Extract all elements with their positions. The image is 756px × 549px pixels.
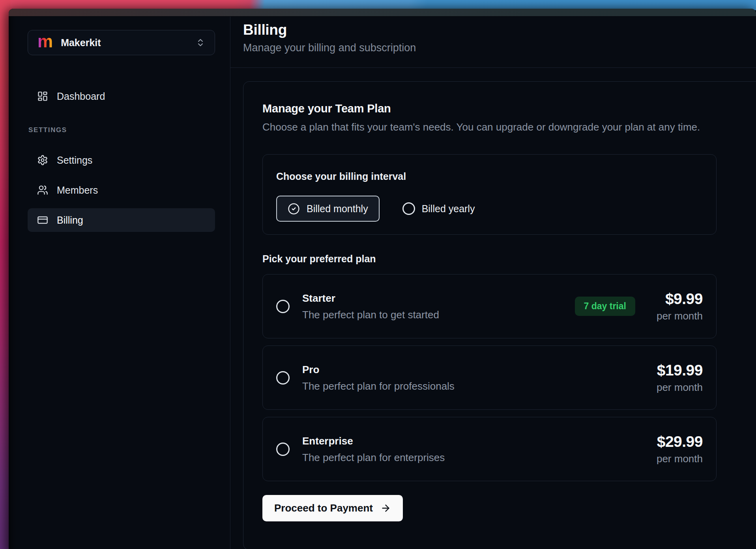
sidebar-item-settings[interactable]: Settings [28,148,215,172]
sidebar-item-label: Dashboard [57,91,105,102]
plan-info: Enterprise The perfect plan for enterpri… [302,435,445,464]
sidebar-item-members[interactable]: Members [28,178,215,202]
plan-row-starter[interactable]: Starter The perfect plan to get started … [262,274,717,338]
sidebar-section-settings-label: SETTINGS [28,126,215,134]
team-plan-card: Manage your Team Plan Choose a plan that… [243,81,756,549]
plan-description: The perfect plan for enterprises [302,451,445,464]
plan-pricing: 7 day trial $9.99 per month [575,290,703,322]
billing-interval-label: Choose your billing interval [276,170,703,182]
chevrons-up-down-icon [196,38,205,47]
plan-info: Pro The perfect plan for professionals [302,363,455,392]
page-title: Billing [243,21,756,39]
gear-icon [37,155,48,166]
proceed-to-payment-button[interactable]: Proceed to Payment [262,495,403,521]
plan-price: $19.99 [657,362,703,379]
radio-circle-icon[interactable] [276,443,290,456]
plan-period: per month [657,452,703,465]
layout-dashboard-icon [37,91,48,102]
plan-period: per month [657,381,703,394]
billed-yearly-label: Billed yearly [422,203,475,215]
check-circle-icon [288,203,300,215]
proceed-to-payment-label: Proceed to Payment [274,502,373,514]
page-subtitle: Manage your billing and subscription [243,41,756,67]
workspace-name: Makerkit [61,37,101,49]
billing-interval-options: Billed monthly Billed yearly [276,196,703,222]
app-layout: m Makerkit Dashboard SETTINGS [9,17,756,549]
radio-circle-icon [402,202,415,215]
page-header: Billing Manage your billing and subscrip… [230,17,756,68]
plan-price: $9.99 [657,290,703,308]
price-column: $9.99 per month [657,290,703,322]
billing-interval-box: Choose your billing interval Billed mont… [262,154,717,235]
makerkit-logo: m [37,33,53,50]
trial-badge: 7 day trial [575,297,635,316]
sidebar-item-billing[interactable]: Billing [28,208,215,232]
plan-pricing: $19.99 per month [657,362,703,394]
radio-circle-icon[interactable] [276,371,290,385]
workspace-selector[interactable]: m Makerkit [28,30,215,55]
radio-circle-icon[interactable] [276,300,290,313]
plan-row-enterprise[interactable]: Enterprise The perfect plan for enterpri… [262,417,717,481]
window-titlebar[interactable] [9,9,756,17]
users-icon [37,185,48,196]
plan-name: Enterprise [302,435,445,447]
main-content: Billing Manage your billing and subscrip… [230,17,756,549]
plan-description: The perfect plan to get started [302,308,439,321]
sidebar-item-label: Settings [57,155,92,166]
plan-picker-label: Pick your preferred plan [262,253,746,265]
card-title: Manage your Team Plan [262,101,746,116]
plan-period: per month [657,310,703,322]
plan-info: Starter The perfect plan to get started [302,292,439,321]
sidebar-item-dashboard[interactable]: Dashboard [28,84,215,108]
sidebar-item-label: Billing [57,215,83,226]
price-column: $19.99 per month [657,362,703,394]
plan-description: The perfect plan for professionals [302,380,455,392]
billed-monthly-label: Billed monthly [307,203,368,215]
card-description: Choose a plan that fits your team's need… [262,120,746,134]
price-column: $29.99 per month [657,433,703,465]
sidebar-nav: Dashboard SETTINGS Settings Members [28,84,215,232]
sidebar: m Makerkit Dashboard SETTINGS [9,17,230,549]
billed-yearly-option[interactable]: Billed yearly [402,202,475,215]
plan-name: Pro [302,363,455,376]
billed-monthly-option[interactable]: Billed monthly [276,196,380,222]
plan-pricing: $29.99 per month [657,433,703,465]
app-window: m Makerkit Dashboard SETTINGS [9,9,756,549]
plan-name: Starter [302,292,439,304]
credit-card-icon [37,215,48,226]
plan-row-pro[interactable]: Pro The perfect plan for professionals $… [262,345,717,410]
sidebar-item-label: Members [57,185,98,196]
arrow-right-icon [380,503,391,514]
plan-price: $29.99 [657,433,703,450]
